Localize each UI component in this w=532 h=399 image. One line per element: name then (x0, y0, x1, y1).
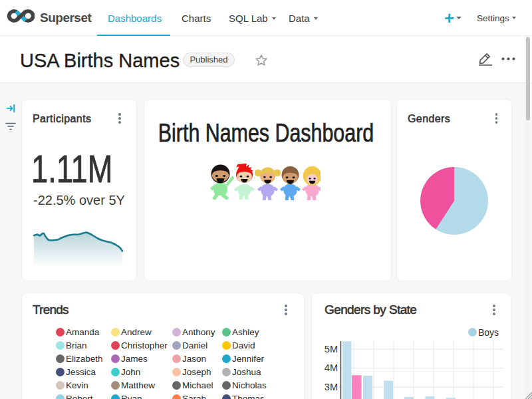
svg-text:5M: 5M (325, 344, 338, 354)
svg-text:4M: 4M (325, 362, 338, 373)
svg-text:3M: 3M (325, 382, 338, 392)
